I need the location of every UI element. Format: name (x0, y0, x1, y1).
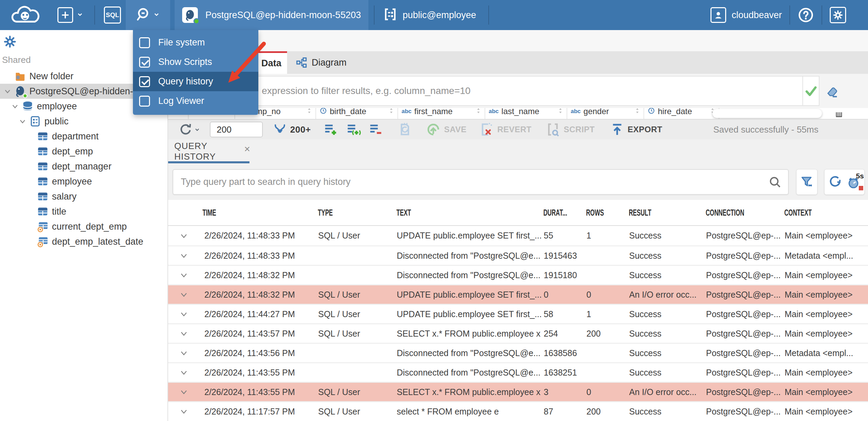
history-row[interactable]: 2/26/2024, 11:48:32 PM SQL / User UPDATE… (168, 284, 868, 304)
filter-expression-input[interactable] (168, 76, 802, 106)
fetch-more-button[interactable]: 200+ (273, 123, 311, 136)
checkbox[interactable] (139, 76, 150, 87)
separator (488, 5, 489, 25)
col-duration[interactable]: DURAT... (542, 208, 577, 218)
sidebar-settings-gear-icon[interactable] (3, 35, 16, 50)
script-button[interactable]: SCRIPT (545, 122, 595, 137)
tab-data[interactable]: Data (256, 51, 287, 74)
col-connection[interactable]: CONNECTION (704, 208, 769, 218)
tree-item[interactable]: employee (0, 174, 167, 189)
help-button[interactable] (793, 0, 819, 30)
grid-column-gender[interactable]: abcgender (567, 108, 644, 119)
apply-filter-button[interactable] (802, 76, 819, 106)
eraser-icon[interactable] (824, 83, 840, 99)
col-type[interactable]: TYPE (316, 208, 381, 218)
row-expand-chevron[interactable] (168, 309, 194, 319)
refresh-document-button[interactable] (397, 122, 412, 137)
tab-diagram[interactable]: Diagram (287, 51, 355, 74)
col-rows[interactable]: ROWS (584, 208, 620, 218)
tab-query-history[interactable]: QUERY HISTORY × (172, 139, 250, 163)
history-row[interactable]: 2/26/2024, 11:43:57 PM SQL / User SELECT… (168, 323, 868, 343)
row-expand-chevron[interactable] (168, 348, 194, 358)
revert-button[interactable]: REVERT (479, 122, 531, 137)
row-expand-chevron[interactable] (168, 231, 194, 241)
checkbox[interactable] (139, 57, 150, 68)
export-icon (610, 122, 624, 137)
history-row[interactable]: 2/26/2024, 11:48:33 PM SQL / User UPDATE… (168, 226, 868, 245)
close-icon[interactable]: × (244, 143, 250, 155)
tree-item[interactable]: current_dept_emp (0, 219, 167, 234)
auto-refresh-timer-icon[interactable]: 5s (847, 175, 861, 190)
grid-column-birth_date[interactable]: birth_date (316, 108, 398, 119)
history-filter-button[interactable] (796, 169, 817, 195)
new-connection-button[interactable] (53, 0, 89, 30)
grid-column-last_name[interactable]: abclast_name (485, 108, 567, 119)
sort-icon[interactable] (306, 108, 313, 116)
cell-context: Metadata <empl... (783, 251, 868, 261)
checkbox[interactable] (139, 37, 150, 48)
history-row[interactable]: 2/26/2024, 11:48:33 PM Disconnected from… (168, 245, 868, 265)
cell-text: UPDATE public.employee SET first_... (395, 231, 542, 241)
col-context[interactable]: CONTEXT (783, 208, 853, 218)
history-row[interactable]: 2/26/2024, 11:43:56 PM Disconnected from… (168, 343, 868, 362)
avatar (710, 7, 726, 23)
cell-text: UPDATE public.employee SET first_... (395, 309, 542, 319)
chevron-down-icon[interactable] (18, 117, 27, 126)
history-row[interactable]: 2/26/2024, 11:17:57 PM SQL / User select… (168, 401, 868, 421)
row-expand-chevron[interactable] (168, 270, 194, 280)
tree-item[interactable]: public (0, 114, 167, 129)
sort-icon[interactable] (475, 108, 482, 116)
chevron-down-icon[interactable] (3, 86, 12, 96)
duplicate-row-button[interactable] (346, 122, 361, 137)
menu-item[interactable]: File system (133, 33, 258, 52)
export-button[interactable]: EXPORT (610, 122, 663, 137)
horizontal-scrollbar[interactable] (713, 109, 822, 118)
refresh-button[interactable] (178, 122, 201, 137)
menu-item[interactable]: Query history (133, 72, 258, 91)
row-expand-chevron[interactable] (168, 387, 194, 397)
delete-row-button[interactable] (368, 122, 383, 137)
col-result[interactable]: RESULT (627, 208, 690, 218)
add-row-button[interactable] (323, 122, 338, 137)
sql-editor-button[interactable]: SQL (99, 0, 126, 30)
settings-button[interactable] (825, 0, 851, 30)
history-row[interactable]: 2/26/2024, 11:44:27 PM SQL / User UPDATE… (168, 304, 868, 323)
schema-selector[interactable]: public@employee (375, 0, 485, 30)
grid-column-hire_date[interactable]: hire_date (644, 108, 719, 119)
grid-settings-icon[interactable] (835, 110, 843, 119)
row-expand-chevron[interactable] (168, 250, 194, 261)
sort-icon[interactable] (388, 108, 395, 116)
history-row[interactable]: 2/26/2024, 11:48:32 PM Disconnected from… (168, 265, 868, 284)
col-text[interactable]: TEXT (395, 208, 515, 218)
tree-item[interactable]: dept_emp (0, 144, 167, 159)
user-menu[interactable]: cloudbeaver (706, 0, 787, 30)
tree-item[interactable]: salary (0, 189, 167, 204)
row-expand-chevron[interactable] (168, 367, 194, 378)
menu-item[interactable]: Log Viewer (133, 91, 258, 111)
history-row[interactable]: 2/26/2024, 11:43:55 PM SQL / User SELECT… (168, 382, 868, 401)
tree-item[interactable]: department (0, 129, 167, 144)
tree-item[interactable]: title (0, 204, 167, 219)
search-icon[interactable] (768, 175, 782, 190)
history-search-input[interactable] (173, 169, 789, 195)
row-expand-chevron[interactable] (168, 328, 194, 339)
tree-item[interactable]: dept_emp_latest_date (0, 234, 167, 249)
col-time[interactable]: TIME (194, 208, 294, 218)
grid-column-first_name[interactable]: abcfirst_name (398, 108, 485, 119)
row-expand-chevron[interactable] (168, 406, 194, 417)
query-history-table: TIME TYPE TEXT DURAT... ROWS RESULT CONN… (168, 200, 868, 421)
menu-item[interactable]: Show Scripts (133, 52, 258, 72)
history-refresh-icon[interactable] (828, 174, 843, 190)
sort-icon[interactable] (634, 108, 641, 116)
checkbox[interactable] (139, 96, 150, 107)
chevron-down-icon[interactable] (10, 101, 20, 111)
tree-item[interactable]: dept_manager (0, 159, 167, 174)
row-limit-input[interactable] (210, 122, 263, 137)
tools-menu-button[interactable] (126, 0, 170, 30)
history-row[interactable]: 2/26/2024, 11:43:55 PM Disconnected from… (168, 362, 868, 382)
sort-icon[interactable] (557, 108, 564, 116)
connection-status-dot (23, 94, 27, 98)
row-expand-chevron[interactable] (168, 289, 194, 300)
save-button[interactable]: SAVE (426, 122, 467, 137)
connection-selector[interactable]: PostgreSQL@ep-hidden-moon-55203 (175, 0, 368, 30)
